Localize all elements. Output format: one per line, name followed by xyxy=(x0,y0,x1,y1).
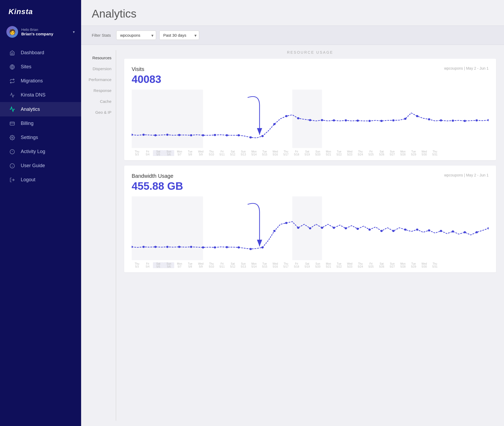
home-icon xyxy=(9,50,16,56)
bandwidth-chart-value: 455.88 GB xyxy=(132,180,489,192)
filter-stats-label: Filter Stats xyxy=(92,33,111,37)
svg-point-78 xyxy=(476,231,478,233)
filter-bar: Filter Stats wpcoupons Past 30 days xyxy=(81,26,504,45)
svg-point-63 xyxy=(297,227,299,229)
svg-point-43 xyxy=(476,119,478,121)
svg-point-27 xyxy=(285,115,288,117)
svg-point-29 xyxy=(309,119,311,121)
svg-point-15 xyxy=(142,134,145,136)
svg-point-36 xyxy=(392,119,395,121)
sidebar-item-activity-log[interactable]: Activity Log xyxy=(0,145,81,159)
svg-rect-48 xyxy=(292,196,322,260)
sidebar-item-label-billing: Billing xyxy=(21,121,34,126)
svg-point-34 xyxy=(368,120,371,122)
sidebar-item-analytics[interactable]: Analytics xyxy=(0,102,81,116)
sidebar-item-logout[interactable]: Logout xyxy=(0,173,81,187)
svg-point-68 xyxy=(356,228,359,230)
user-company: Brian's company xyxy=(21,32,70,36)
sidebar-item-label-migrations: Migrations xyxy=(21,78,43,84)
sidebar-item-migrations[interactable]: Migrations xyxy=(0,74,81,88)
svg-point-40 xyxy=(440,119,442,121)
svg-point-52 xyxy=(166,246,169,248)
bandwidth-chart-svg xyxy=(132,196,489,261)
sidebar-item-label-settings: Settings xyxy=(21,135,38,140)
svg-point-69 xyxy=(368,229,371,231)
period-select[interactable]: Past 30 days xyxy=(159,31,199,40)
bandwidth-chart-header: Bandwidth Usage wpcoupons | May 2 - Jun … xyxy=(132,173,489,179)
svg-point-39 xyxy=(428,118,430,120)
subnav: Resources Dispersion Performance Respons… xyxy=(81,45,116,426)
svg-point-62 xyxy=(285,222,288,224)
svg-point-23 xyxy=(238,134,240,136)
analytics-icon xyxy=(9,106,16,112)
svg-rect-47 xyxy=(132,196,203,260)
svg-point-79 xyxy=(488,227,489,229)
user-section[interactable]: 🧑 Hello Brian Brian's company ▾ xyxy=(0,22,81,43)
sidebar-item-label-sites: Sites xyxy=(21,64,31,70)
bandwidth-chart-meta: wpcoupons | May 2 - Jun 1 xyxy=(444,173,489,177)
subnav-item-resources[interactable]: Resources xyxy=(81,53,116,63)
svg-point-3 xyxy=(12,137,13,138)
migrations-icon xyxy=(9,78,16,84)
content-area: Resources Dispersion Performance Respons… xyxy=(81,45,504,426)
svg-point-17 xyxy=(166,134,169,136)
svg-point-21 xyxy=(214,134,216,136)
subnav-item-geo-ip[interactable]: Geo & IP xyxy=(81,107,116,117)
svg-point-25 xyxy=(261,135,264,137)
svg-point-60 xyxy=(261,246,264,248)
svg-point-71 xyxy=(392,230,395,232)
visits-x-axis: Thu5/3 Fri5/4 Sat5/5 Sun5/6 Mon5/7 Tue5/… xyxy=(132,149,489,160)
logout-icon xyxy=(9,177,16,183)
sidebar-item-label-dns: Kinsta DNS xyxy=(21,92,45,98)
visits-chart-value: 40083 xyxy=(132,73,489,85)
svg-point-57 xyxy=(226,246,228,248)
billing-icon xyxy=(9,121,16,126)
visits-chart-title: Visits xyxy=(132,66,144,72)
svg-point-58 xyxy=(238,246,240,248)
svg-point-54 xyxy=(190,246,192,248)
subnav-item-cache[interactable]: Cache xyxy=(81,96,116,106)
page-title: Analytics xyxy=(92,7,493,20)
settings-icon xyxy=(9,135,16,140)
svg-point-65 xyxy=(321,227,323,229)
svg-point-55 xyxy=(202,246,204,248)
sidebar-item-settings[interactable]: Settings xyxy=(0,130,81,145)
svg-point-16 xyxy=(154,134,157,136)
bandwidth-x-axis: Thu5/3 Fri5/4 Sat5/5 Sun5/6 Mon5/7 Tue5/… xyxy=(132,261,489,272)
svg-point-31 xyxy=(333,119,335,121)
sites-icon xyxy=(9,64,16,70)
sidebar-item-sites[interactable]: Sites xyxy=(0,60,81,74)
sidebar-item-billing[interactable]: Billing xyxy=(0,116,81,130)
svg-point-35 xyxy=(380,120,383,122)
svg-point-41 xyxy=(452,120,454,122)
topbar: Analytics xyxy=(81,0,504,26)
main-content: Analytics Filter Stats wpcoupons Past 30… xyxy=(81,0,504,426)
svg-point-67 xyxy=(345,227,347,229)
subnav-item-performance[interactable]: Performance xyxy=(81,75,116,85)
sidebar-item-kinsta-dns[interactable]: Kinsta DNS xyxy=(0,88,81,102)
svg-point-51 xyxy=(154,246,157,248)
svg-rect-13 xyxy=(292,90,322,148)
subnav-item-response[interactable]: Response xyxy=(81,86,116,95)
svg-point-50 xyxy=(142,246,145,248)
visits-chart-header: Visits wpcoupons | May 2 - Jun 1 xyxy=(132,66,489,72)
sidebar-item-dashboard[interactable]: Dashboard xyxy=(0,46,81,60)
svg-point-59 xyxy=(249,248,252,250)
sidebar-item-label-user-guide: User Guide xyxy=(21,163,45,168)
period-select-wrapper[interactable]: Past 30 days xyxy=(159,31,199,40)
svg-point-42 xyxy=(464,120,466,122)
sidebar-item-user-guide[interactable]: User Guide xyxy=(0,159,81,173)
visits-chart-svg xyxy=(132,90,489,149)
svg-point-24 xyxy=(249,136,252,138)
subnav-item-dispersion[interactable]: Dispersion xyxy=(81,64,116,74)
svg-point-76 xyxy=(452,230,454,233)
site-select-wrapper[interactable]: wpcoupons xyxy=(116,31,156,40)
sidebar: Kinsta 🧑 Hello Brian Brian's company ▾ D… xyxy=(0,0,81,426)
site-select[interactable]: wpcoupons xyxy=(116,31,156,40)
svg-point-73 xyxy=(416,229,418,231)
svg-point-22 xyxy=(226,134,228,136)
svg-point-74 xyxy=(428,229,430,231)
user-info: Hello Brian Brian's company xyxy=(21,28,70,36)
bandwidth-chart-card: Bandwidth Usage wpcoupons | May 2 - Jun … xyxy=(124,166,496,272)
svg-point-56 xyxy=(214,246,216,248)
